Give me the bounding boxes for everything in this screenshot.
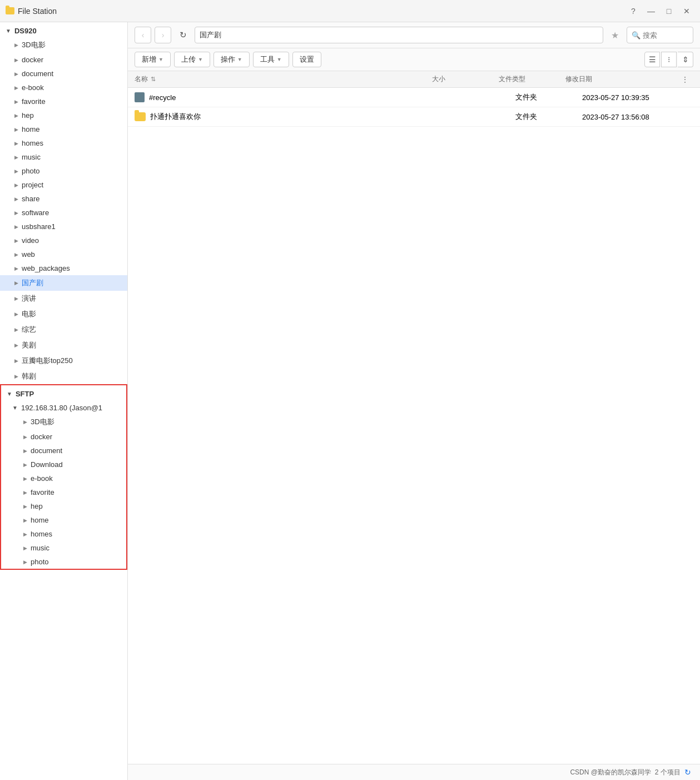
sidebar-item-favorite[interactable]: ▶ favorite [0,95,127,108]
item-arrow: ▶ [14,113,18,118]
sidebar-item-music[interactable]: ▶ music [0,150,127,164]
sftp-header[interactable]: ▼ SFTP [1,385,126,400]
sidebar-item-share[interactable]: ▶ share [0,192,127,206]
sftp-host-header[interactable]: ▼ 192.168.31.80 (Jason@1 [1,400,126,414]
col-header-size[interactable]: 大小 [432,74,499,84]
col-header-more[interactable]: ⋮ [677,76,693,83]
item-arrow: ▶ [23,448,27,454]
sidebar-item-label: web [22,250,35,259]
sidebar-item-usbshare[interactable]: ▶ usbshare1 [0,220,127,233]
table-row[interactable]: 扑通扑通喜欢你 文件夹 2023-05-27 13:56:08 [128,107,700,127]
sidebar-item-dianying[interactable]: ▶ 电影 [0,306,127,322]
settings-button[interactable]: 设置 [292,52,321,67]
sftp-host-label: 192.168.31.80 (Jason@1 [21,404,102,412]
sidebar-item-hanju[interactable]: ▶ 韩剧 [0,369,127,384]
sftp-item-label: docker [31,433,52,441]
watermark-text: CSDN @勤奋的凯尔森同学 [570,768,651,777]
sidebar-item-label: share [22,195,40,203]
item-arrow: ▶ [14,252,18,257]
bookmark-button[interactable]: ★ [607,27,623,43]
sidebar-item-zongyi[interactable]: ▶ 综艺 [0,322,127,337]
item-arrow: ▶ [23,419,27,425]
status-refresh-button[interactable]: ↻ [682,767,693,778]
sidebar-item-label: music [22,153,41,161]
path-input[interactable] [195,27,603,43]
sidebar-item-3d[interactable]: ▶ 3D电影 [0,37,127,53]
sftp-item-photo[interactable]: ▶ photo [1,555,126,569]
sftp-item-favorite[interactable]: ▶ favorite [1,485,126,499]
sftp-item-hep[interactable]: ▶ hep [1,499,126,513]
sftp-item-document[interactable]: ▶ document [1,444,126,458]
sidebar-item-label: 综艺 [22,325,36,335]
forward-button[interactable]: › [155,27,171,43]
item-arrow: ▶ [14,85,18,91]
grid-view-button[interactable]: ⁝ [661,52,677,67]
search-input[interactable] [643,31,687,39]
ds920-header[interactable]: ▼ DS920 [0,22,127,37]
item-arrow: ▶ [14,210,18,216]
sftp-item-download[interactable]: ▶ Download [1,458,126,471]
main-layout: ▼ DS920 ▶ 3D电影 ▶ docker ▶ document ▶ e-b… [0,22,700,780]
sidebar-item-meiju[interactable]: ▶ 美剧 [0,337,127,353]
sidebar-item-web[interactable]: ▶ web [0,247,127,261]
sidebar: ▼ DS920 ▶ 3D电影 ▶ docker ▶ document ▶ e-b… [0,22,128,780]
sidebar-item-label: usbshare1 [22,222,56,231]
trash-icon [135,92,145,102]
sftp-item-label: music [31,544,49,552]
col-header-date[interactable]: 修改日期 [565,74,677,84]
minimize-button[interactable]: — [643,3,659,19]
sidebar-item-video[interactable]: ▶ video [0,233,127,247]
sidebar-item-ebook[interactable]: ▶ e-book [0,81,127,95]
sftp-item-label: homes [31,530,52,538]
ds920-items: ▶ 3D电影 ▶ docker ▶ document ▶ e-book ▶ fa… [0,37,127,384]
sftp-item-homes[interactable]: ▶ homes [1,527,126,541]
tools-button[interactable]: 工具 ▼ [253,52,289,67]
item-arrow: ▶ [23,434,27,440]
sidebar-item-photo[interactable]: ▶ photo [0,164,127,178]
sftp-item-home[interactable]: ▶ home [1,513,126,527]
file-name-cell: 扑通扑通喜欢你 [135,112,449,122]
sidebar-item-home[interactable]: ▶ home [0,122,127,136]
sidebar-item-guocanju[interactable]: ▶ 国产剧 [0,275,127,291]
sftp-item-label: favorite [31,488,54,496]
maximize-button[interactable]: □ [661,3,677,19]
close-button[interactable]: ✕ [679,3,694,19]
sidebar-item-document[interactable]: ▶ document [0,67,127,81]
sidebar-item-yanjiang[interactable]: ▶ 演讲 [0,291,127,306]
item-arrow: ▶ [14,71,18,77]
item-arrow: ▶ [14,127,18,132]
table-row[interactable]: #recycle 文件夹 2023-05-27 10:39:35 [128,88,700,107]
file-name: 扑通扑通喜欢你 [150,112,201,122]
upload-button[interactable]: 上传 ▼ [174,52,210,67]
sidebar-item-hep[interactable]: ▶ hep [0,108,127,122]
item-arrow: ▶ [14,342,18,348]
sidebar-item-project[interactable]: ▶ project [0,178,127,192]
refresh-button[interactable]: ↻ [175,27,191,43]
list-view-button[interactable]: ☰ [644,52,660,67]
item-arrow: ▶ [14,327,18,332]
app-title: File Station [18,7,625,16]
help-button[interactable]: ? [625,3,641,19]
col-header-type[interactable]: 文件类型 [499,74,565,84]
action-button[interactable]: 操作 ▼ [214,52,250,67]
back-button[interactable]: ‹ [135,27,151,43]
file-type: 文件夹 [515,92,582,102]
col-header-name[interactable]: 名称 ⇅ [135,74,432,84]
sftp-label: SFTP [16,390,34,398]
sidebar-item-label: document [22,69,53,78]
sidebar-item-homes[interactable]: ▶ homes [0,136,127,150]
sidebar-item-docker[interactable]: ▶ docker [0,53,127,67]
sftp-item-docker[interactable]: ▶ docker [1,430,126,444]
sidebar-item-douban[interactable]: ▶ 豆瓣电影top250 [0,353,127,369]
sftp-item-3d[interactable]: ▶ 3D电影 [1,414,126,430]
sftp-item-music[interactable]: ▶ music [1,541,126,555]
sidebar-item-label: 国产剧 [22,278,43,288]
sftp-item-ebook[interactable]: ▶ e-book [1,471,126,485]
sidebar-item-label: photo [22,167,40,175]
file-list-header: 名称 ⇅ 大小 文件类型 修改日期 ⋮ [128,71,700,88]
sort-button[interactable]: ⇕ [678,52,693,67]
sidebar-item-web-packages[interactable]: ▶ web_packages [0,261,127,275]
sidebar-item-software[interactable]: ▶ software [0,206,127,220]
new-button[interactable]: 新增 ▼ [135,52,171,67]
tools-dropdown-arrow: ▼ [277,57,282,62]
